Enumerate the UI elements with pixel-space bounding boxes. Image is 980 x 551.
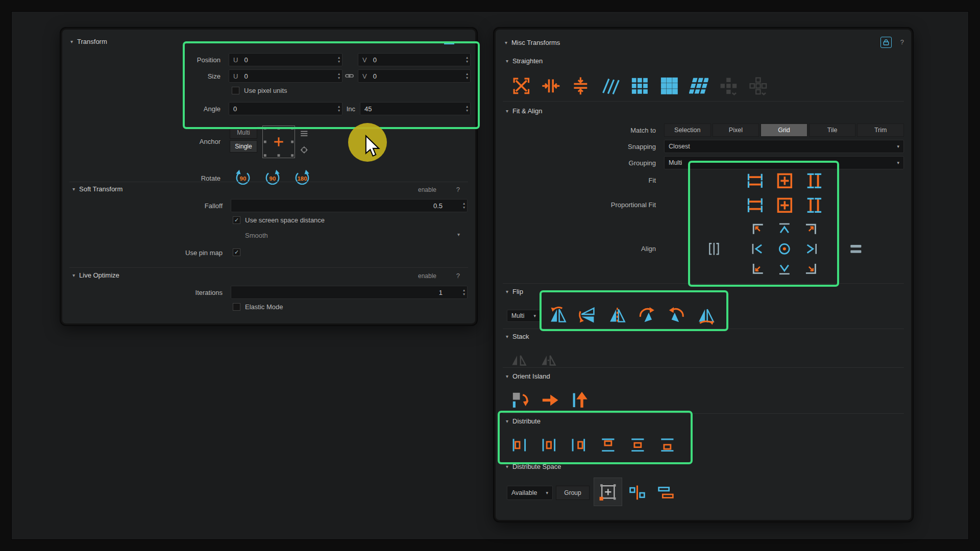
live-optimize-help-icon[interactable]: ? [456,272,460,280]
anchor-reference-widget[interactable] [594,478,622,506]
flip-header[interactable]: ▾ Flip [506,288,523,295]
match-selection-button[interactable]: Selection [664,123,711,137]
position-u-spinner[interactable]: ▴▾ [338,55,340,65]
lock-button[interactable] [880,37,892,48]
grouping-dropdown[interactable]: Multi ▾ [664,156,904,169]
iterations-spinner[interactable]: ▴▾ [463,287,465,297]
anchor-presets-icon[interactable] [299,129,309,139]
align-bottom-right-icon[interactable] [802,260,820,278]
elastic-mode-checkbox[interactable] [233,303,240,311]
straighten-u-icon[interactable] [540,74,562,97]
space-vertical-icon[interactable] [655,482,676,503]
align-bottom-left-icon[interactable] [749,260,767,278]
falloff-field[interactable]: 0.5 ▴▾ [231,199,468,212]
iterations-field[interactable]: 1 ▴▾ [231,286,468,299]
soft-transform-enable[interactable]: enable [418,186,436,193]
match-pixel-button[interactable]: Pixel [713,123,760,137]
prop-fit-width-icon[interactable] [744,194,766,216]
flip-local-horizontal-icon[interactable] [606,304,628,327]
flip-mode-dropdown[interactable]: Multi ▾ [507,310,541,322]
straighten-v-icon[interactable] [569,74,592,97]
align-center-icon[interactable] [775,240,794,258]
snapping-dropdown[interactable]: Closest ▾ [664,140,904,153]
anchor-single-button[interactable]: Single [230,140,257,153]
distribute-top-edges-icon[interactable] [597,434,619,456]
soft-transform-header[interactable]: ▾ Soft Transform [72,185,122,193]
straighten-uv-icon[interactable] [510,74,532,97]
fit-height-icon[interactable] [803,169,825,192]
match-grid-button[interactable]: Grid [761,123,807,137]
straighten-edges-icon[interactable] [599,74,621,97]
inc-spinner[interactable]: ▴▾ [466,104,468,114]
orient-auto-icon[interactable] [509,389,531,411]
flip-rotate-cw-icon[interactable] [635,304,658,327]
pack-plus-icon[interactable] [717,74,740,97]
anchor-target-icon[interactable] [299,145,309,155]
orient-vertical-icon[interactable] [568,389,590,411]
orient-island-header[interactable]: ▾ Orient Island [506,372,550,380]
match-trim-button[interactable]: Trim [857,123,904,137]
falloff-spinner[interactable]: ▴▾ [463,201,465,211]
fit-both-icon[interactable] [773,169,796,192]
align-top-icon[interactable] [775,220,794,238]
rotate-cw-90-button[interactable]: 90 [262,168,283,189]
available-dropdown[interactable]: Available ▾ [507,486,553,500]
match-tile-button[interactable]: Tile [809,123,856,137]
anchor-point-widget[interactable] [262,126,295,158]
straighten-header[interactable]: ▾ Straighten [506,57,543,65]
size-v-spinner[interactable]: ▴▾ [466,71,468,81]
align-spread-horizontal-icon[interactable] [847,240,865,258]
fit-align-header[interactable]: ▾ Fit & Align [506,107,543,115]
distribute-right-edges-icon[interactable] [567,434,590,456]
misc-transforms-header[interactable]: ▾ Misc Transforms [505,39,560,46]
align-axis-vertical-icon[interactable] [705,240,723,258]
smooth-dropdown[interactable]: Smooth [245,232,268,239]
prop-fit-both-icon[interactable] [773,194,796,216]
stack-header[interactable]: ▾ Stack [506,333,529,340]
smooth-chevron-icon[interactable]: ▾ [457,232,460,237]
link-uv-icon[interactable] [344,70,356,82]
position-v-field[interactable]: V 0 ▴▾ [358,53,471,66]
size-v-field[interactable]: V 0 ▴▾ [358,69,471,83]
distribute-bottom-edges-icon[interactable] [656,434,678,456]
align-top-right-icon[interactable] [802,220,820,238]
align-top-left-icon[interactable] [749,220,767,238]
pack-plus-alt-icon[interactable] [747,74,769,97]
align-right-icon[interactable] [802,240,820,258]
use-pixel-units-checkbox[interactable] [232,87,239,94]
size-u-spinner[interactable]: ▴▾ [338,71,340,81]
flip-rotate-half-icon[interactable] [695,304,717,327]
soft-transform-help-icon[interactable]: ? [456,186,460,193]
group-button[interactable]: Group [556,486,590,500]
size-u-field[interactable]: U 0 ▴▾ [229,69,342,83]
misc-help-icon[interactable]: ? [900,38,904,46]
screen-space-checkbox[interactable]: ✓ [233,216,240,224]
grid-tiles-small-icon[interactable] [628,74,651,97]
distribute-header[interactable]: ▾ Distribute [506,417,541,425]
space-horizontal-icon[interactable] [626,482,648,503]
flip-vertical-icon[interactable] [576,304,599,327]
angle-field[interactable]: 0 ▴▾ [229,102,342,115]
distribute-left-edges-icon[interactable] [508,434,530,456]
distribute-space-header[interactable]: ▾ Distribute Space [506,463,561,470]
live-optimize-enable[interactable]: enable [418,272,436,280]
flip-rotate-ccw-icon[interactable] [665,304,688,327]
prop-fit-height-icon[interactable] [803,194,825,216]
anchor-multi-button[interactable]: Multi [230,127,257,139]
position-u-field[interactable]: U 0 ▴▾ [229,53,342,66]
fit-width-icon[interactable] [744,169,766,192]
grid-tiles-skewed-icon[interactable] [688,74,710,97]
align-bottom-icon[interactable] [775,260,794,278]
use-pin-map-checkbox[interactable]: ✓ [233,248,240,256]
position-v-spinner[interactable]: ▴▾ [466,55,468,65]
live-optimize-header[interactable]: ▾ Live Optimize [72,271,119,279]
rotate-180-button[interactable]: 180 [292,168,312,189]
align-left-icon[interactable] [749,240,767,258]
distribute-centers-v-icon[interactable] [626,434,649,456]
inc-field[interactable]: 45 ▴▾ [360,102,471,115]
transform-panel-header[interactable]: ▾ Transform [70,38,107,45]
flip-horizontal-icon[interactable] [547,304,569,327]
grid-tiles-large-icon[interactable] [658,74,680,97]
distribute-centers-u-icon[interactable] [537,434,560,456]
orient-horizontal-icon[interactable] [538,389,561,411]
